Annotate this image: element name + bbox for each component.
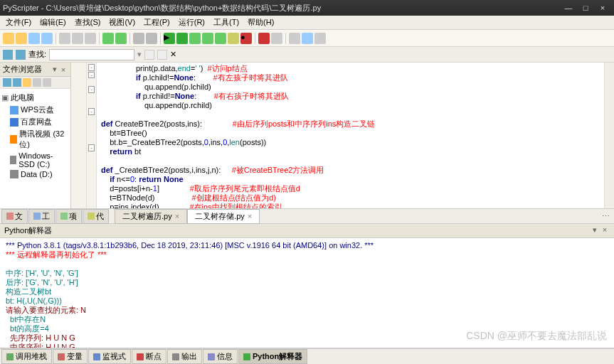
- find-prev-icon[interactable]: [157, 50, 167, 60]
- find-input[interactable]: [49, 49, 134, 60]
- scrollbar-v[interactable]: [604, 63, 614, 208]
- nav-icon[interactable]: [3, 78, 11, 87]
- menu-item[interactable]: 文件(F): [3, 16, 34, 29]
- tabstrip: 文工项代 二叉树遍历.py×二叉树存储.py× ⋯: [0, 208, 614, 224]
- tab-close-icon[interactable]: ×: [175, 212, 179, 220]
- sidebar-toolbar: [0, 77, 70, 89]
- console-pin-icon[interactable]: ▾: [590, 225, 600, 236]
- bottom-tab[interactable]: 监视式: [88, 349, 131, 364]
- sidebar-title: 文件浏览器 ▾ ×: [0, 63, 70, 77]
- menu-item[interactable]: 帮助(H): [245, 16, 277, 29]
- bottom-tab[interactable]: 变量: [53, 349, 88, 364]
- copy-icon[interactable]: [72, 33, 83, 44]
- open-icon[interactable]: [16, 33, 27, 44]
- file-tab[interactable]: 二叉树遍历.py×: [115, 209, 187, 224]
- line-gutter: [71, 63, 87, 208]
- stop-icon[interactable]: ●: [240, 33, 252, 44]
- pin-icon[interactable]: ▾: [51, 65, 59, 74]
- console-close-icon[interactable]: ×: [600, 225, 610, 236]
- tree-item[interactable]: WPS云盘: [1, 104, 69, 116]
- save-icon[interactable]: [28, 33, 40, 44]
- menu-item[interactable]: 视图(V): [106, 16, 138, 29]
- file-tab[interactable]: 二叉树存储.py×: [187, 209, 260, 224]
- bottom-tab[interactable]: 信息: [203, 349, 238, 364]
- preview-icon[interactable]: [146, 33, 157, 44]
- stepout-icon[interactable]: [215, 33, 226, 44]
- filter-icon[interactable]: [43, 78, 51, 87]
- paste-icon[interactable]: [85, 33, 96, 44]
- menu-item[interactable]: 编辑(E): [37, 16, 69, 29]
- bottom-tab[interactable]: 断点: [132, 349, 166, 364]
- run-icon[interactable]: ▶: [164, 33, 175, 44]
- tab-close-icon[interactable]: ×: [248, 212, 252, 220]
- find-label: 查找:: [28, 49, 46, 60]
- window-title: PyScripter - C:\Users\黄培健\Desktop\python…: [3, 3, 560, 14]
- tree-item[interactable]: Data (D:): [1, 169, 69, 179]
- fold-gutter[interactable]: -----: [87, 63, 97, 208]
- maximize-button[interactable]: □: [577, 4, 594, 12]
- titlebar: PyScripter - C:\Users\黄培健\Desktop\python…: [0, 0, 614, 16]
- side-tab[interactable]: 代: [83, 209, 109, 224]
- find-opt-icon[interactable]: ✕: [170, 50, 180, 60]
- tool1-icon[interactable]: [289, 33, 300, 44]
- nav2-icon[interactable]: [13, 78, 21, 87]
- tree-item[interactable]: 腾讯视频 (32 位): [1, 128, 69, 151]
- bottom-tab[interactable]: Python解释器: [238, 349, 307, 364]
- tool3-icon[interactable]: [314, 33, 326, 44]
- side-tab[interactable]: 项: [55, 209, 82, 224]
- tree-root[interactable]: ▣此电脑: [1, 92, 69, 104]
- tool2-icon[interactable]: [302, 33, 313, 44]
- console[interactable]: *** Python 3.8.1 (tags/v3.8.1:1b293b6, D…: [0, 238, 614, 348]
- console-title: Python解释器 ▾ ×: [0, 224, 614, 238]
- editor: ----- print(p.data,end=' ') #访问p结点 if p.…: [71, 63, 614, 208]
- side-tab[interactable]: 文: [1, 209, 28, 224]
- folder-icon[interactable]: [23, 78, 31, 87]
- redo-icon[interactable]: [115, 33, 127, 44]
- menu-item[interactable]: 查找(S): [72, 16, 104, 29]
- nav-back-icon[interactable]: [3, 50, 13, 60]
- saveall-icon[interactable]: [41, 33, 53, 44]
- clear-icon[interactable]: [271, 33, 282, 44]
- bottom-tab[interactable]: 调用堆栈: [1, 349, 52, 364]
- toolbar-find: 查找: ▾ ✕: [0, 47, 614, 63]
- tab-list-icon[interactable]: ⋯: [598, 210, 614, 223]
- stepover-icon[interactable]: [189, 33, 201, 44]
- bottom-tabs: 调用堆栈变量监视式断点输出信息Python解释器: [0, 348, 614, 364]
- file-tree[interactable]: ▣此电脑 WPS云盘百度网盘腾讯视频 (32 位)Windows-SSD (C:…: [0, 89, 70, 208]
- menu-item[interactable]: 运行(R): [176, 16, 208, 29]
- pane-close-icon[interactable]: ×: [59, 65, 68, 74]
- stepin-icon[interactable]: [202, 33, 213, 44]
- refresh-icon[interactable]: [33, 78, 41, 87]
- tree-item[interactable]: Windows-SSD (C:): [1, 151, 69, 169]
- minimize-button[interactable]: —: [560, 4, 577, 12]
- undo-icon[interactable]: [102, 33, 114, 44]
- nav-fwd-icon[interactable]: [16, 50, 26, 60]
- pause-icon[interactable]: [228, 33, 239, 44]
- menu-item[interactable]: 工程(P): [141, 16, 173, 29]
- find-next-icon[interactable]: [144, 50, 154, 60]
- menubar: 文件(F)编辑(E)查找(S)视图(V)工程(P)运行(R)工具(T)帮助(H): [0, 16, 614, 30]
- code-area[interactable]: print(p.data,end=' ') #访问p结点 if p.lchild…: [97, 63, 604, 208]
- side-tab[interactable]: 工: [28, 209, 55, 224]
- find-dropdown-icon[interactable]: ▾: [137, 50, 142, 59]
- menu-item[interactable]: 工具(T): [211, 16, 242, 29]
- debug-icon[interactable]: [176, 33, 188, 44]
- close-button[interactable]: ×: [594, 4, 611, 12]
- break-icon[interactable]: [258, 33, 270, 44]
- cut-icon[interactable]: [59, 33, 70, 44]
- print-icon[interactable]: [133, 33, 144, 44]
- bottom-tab[interactable]: 输出: [167, 349, 202, 364]
- toolbar-main: ▶ ●: [0, 30, 614, 47]
- tree-item[interactable]: 百度网盘: [1, 116, 69, 128]
- sidebar: 文件浏览器 ▾ × ▣此电脑 WPS云盘百度网盘腾讯视频 (32 位)Windo…: [0, 63, 71, 208]
- new-icon[interactable]: [3, 33, 14, 44]
